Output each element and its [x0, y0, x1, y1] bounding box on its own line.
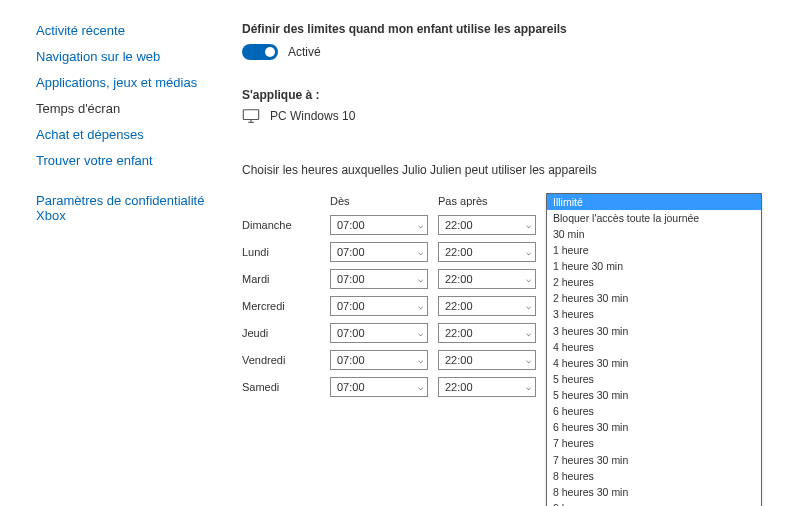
device-row: PC Windows 10 — [242, 109, 800, 123]
day-label: Vendredi — [242, 354, 330, 366]
chevron-down-icon: ⌵ — [418, 382, 423, 392]
sidebar-item-screen-time[interactable]: Temps d'écran — [36, 98, 226, 119]
chevron-down-icon: ⌵ — [526, 247, 531, 257]
chevron-down-icon: ⌵ — [418, 220, 423, 230]
sidebar-item-web-browsing[interactable]: Navigation sur le web — [36, 46, 226, 67]
limit-option[interactable]: 3 heures — [547, 307, 761, 323]
chevron-down-icon: ⌵ — [418, 247, 423, 257]
from-time-select[interactable]: 07:00⌵ — [330, 323, 428, 343]
limit-option[interactable]: 4 heures 30 min — [547, 355, 761, 371]
from-time-select[interactable]: 07:00⌵ — [330, 296, 428, 316]
sidebar-item-spending[interactable]: Achat et dépenses — [36, 124, 226, 145]
chevron-down-icon: ⌵ — [526, 274, 531, 284]
from-time-select[interactable]: 07:00⌵ — [330, 377, 428, 397]
to-time-select[interactable]: 22:00⌵ — [438, 323, 536, 343]
limit-option[interactable]: 30 min — [547, 226, 761, 242]
limit-dropdown[interactable]: IllimitéBloquer l'accès toute la journée… — [546, 193, 762, 506]
limit-option[interactable]: 9 heures — [547, 500, 761, 506]
day-label: Lundi — [242, 246, 330, 258]
limit-option[interactable]: 8 heures 30 min — [547, 484, 761, 500]
limit-option[interactable]: 5 heures — [547, 371, 761, 387]
day-label: Mercredi — [242, 300, 330, 312]
to-time-select[interactable]: 22:00⌵ — [438, 242, 536, 262]
chevron-down-icon: ⌵ — [526, 220, 531, 230]
to-time-select[interactable]: 22:00⌵ — [438, 269, 536, 289]
limit-option[interactable]: 6 heures — [547, 404, 761, 420]
schedule-title: Choisir les heures auxquelles Julio Juli… — [242, 163, 800, 177]
chevron-down-icon: ⌵ — [418, 274, 423, 284]
limit-option[interactable]: Bloquer l'accès toute la journée — [547, 210, 761, 226]
limits-toggle[interactable] — [242, 44, 278, 60]
to-time-select[interactable]: 22:00⌵ — [438, 350, 536, 370]
limit-option[interactable]: 7 heures — [547, 436, 761, 452]
chevron-down-icon: ⌵ — [526, 328, 531, 338]
main-content: Définir des limites quand mon enfant uti… — [226, 20, 800, 404]
applies-to-title: S'applique à : — [242, 88, 800, 102]
sidebar-item-apps-games[interactable]: Applications, jeux et médias — [36, 72, 226, 93]
chevron-down-icon: ⌵ — [418, 301, 423, 311]
limit-option[interactable]: 7 heures 30 min — [547, 452, 761, 468]
sidebar-item-find-child[interactable]: Trouver votre enfant — [36, 150, 226, 171]
chevron-down-icon: ⌵ — [526, 301, 531, 311]
chevron-down-icon: ⌵ — [526, 382, 531, 392]
limit-option[interactable]: 8 heures — [547, 468, 761, 484]
limit-option[interactable]: 5 heures 30 min — [547, 388, 761, 404]
from-time-select[interactable]: 07:00⌵ — [330, 350, 428, 370]
sidebar: Activité récente Navigation sur le web A… — [36, 20, 226, 404]
to-time-select[interactable]: 22:00⌵ — [438, 377, 536, 397]
monitor-icon — [242, 109, 260, 123]
limit-option[interactable]: 4 heures — [547, 339, 761, 355]
from-time-select[interactable]: 07:00⌵ — [330, 215, 428, 235]
schedule-table: Dès Pas après Limite quotidienne sur cet… — [242, 195, 800, 397]
limit-option[interactable]: 1 heure 30 min — [547, 259, 761, 275]
chevron-down-icon: ⌵ — [526, 355, 531, 365]
day-label: Samedi — [242, 381, 330, 393]
sidebar-item-xbox-privacy[interactable]: Paramètres de confidentialité Xbox — [36, 190, 226, 226]
chevron-down-icon: ⌵ — [418, 328, 423, 338]
limit-option[interactable]: 6 heures 30 min — [547, 420, 761, 436]
limit-option[interactable]: 3 heures 30 min — [547, 323, 761, 339]
device-name: PC Windows 10 — [270, 109, 355, 123]
limit-option[interactable]: 2 heures 30 min — [547, 291, 761, 307]
day-label: Dimanche — [242, 219, 330, 231]
limits-toggle-label: Activé — [288, 45, 321, 59]
limits-title: Définir des limites quand mon enfant uti… — [242, 22, 800, 36]
sidebar-item-recent-activity[interactable]: Activité récente — [36, 20, 226, 41]
from-time-select[interactable]: 07:00⌵ — [330, 269, 428, 289]
day-label: Jeudi — [242, 327, 330, 339]
svg-rect-0 — [243, 110, 258, 120]
to-time-select[interactable]: 22:00⌵ — [438, 296, 536, 316]
chevron-down-icon: ⌵ — [418, 355, 423, 365]
header-to: Pas après — [438, 195, 546, 207]
header-from: Dès — [330, 195, 438, 207]
limit-option[interactable]: 1 heure — [547, 242, 761, 258]
day-label: Mardi — [242, 273, 330, 285]
limit-option[interactable]: 2 heures — [547, 275, 761, 291]
limit-option[interactable]: Illimité — [547, 194, 761, 210]
from-time-select[interactable]: 07:00⌵ — [330, 242, 428, 262]
to-time-select[interactable]: 22:00⌵ — [438, 215, 536, 235]
